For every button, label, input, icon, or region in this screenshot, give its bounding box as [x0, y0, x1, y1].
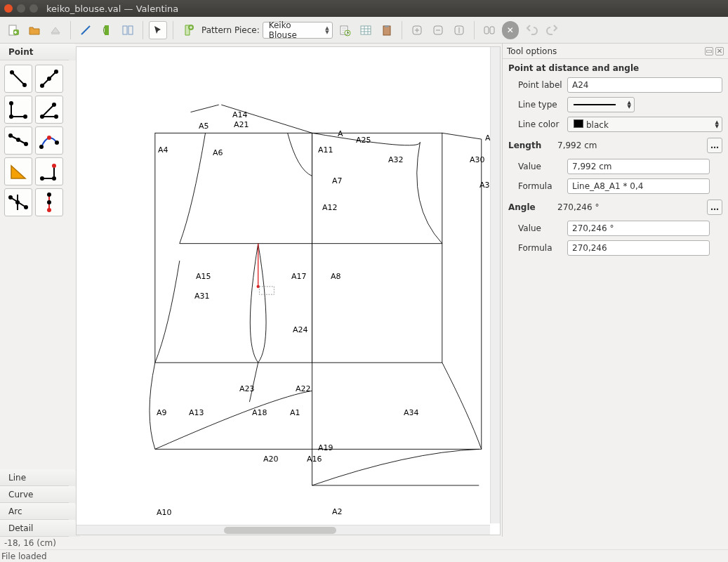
tool-triangle-button[interactable] — [4, 157, 32, 185]
scrollbar-thumb[interactable] — [224, 527, 336, 534]
redo-button[interactable] — [543, 21, 562, 39]
svg-point-30 — [40, 115, 44, 119]
minimize-window-icon[interactable] — [17, 4, 25, 13]
tool-endline-button[interactable] — [4, 65, 32, 93]
point-label-label: Point label — [508, 80, 563, 90]
close-panel-icon[interactable]: ✕ — [715, 47, 724, 55]
tool-tab-point[interactable]: Point — [0, 44, 74, 60]
undock-panel-icon[interactable]: ▭ — [705, 47, 713, 55]
open-file-button[interactable] — [25, 21, 44, 39]
point-label[interactable]: A34 — [404, 408, 419, 417]
angle-display: 270,246 ° — [557, 202, 707, 212]
layout-button[interactable] — [119, 21, 137, 39]
svg-point-31 — [54, 115, 58, 119]
point-label[interactable]: A30 — [470, 155, 485, 164]
tool-bisector-button[interactable] — [35, 96, 63, 124]
point-label[interactable]: A7 — [332, 176, 343, 185]
maximize-window-icon[interactable] — [29, 4, 38, 13]
point-label[interactable]: A32 — [388, 155, 404, 164]
point-label[interactable]: A4 — [158, 145, 168, 155]
clipboard-button[interactable] — [378, 21, 396, 39]
svg-line-18 — [12, 72, 25, 85]
horizontal-scrollbar[interactable] — [77, 525, 490, 535]
status-coordinates: -18, 16 (cm) — [0, 537, 728, 549]
pattern-piece-select[interactable]: Keiko Blouse ▲▼ — [263, 22, 333, 39]
table-button[interactable] — [357, 21, 375, 39]
angle-formula-value: 270,246 — [572, 243, 607, 253]
tool-normal-button[interactable] — [4, 96, 32, 124]
point-label[interactable]: A20 — [263, 455, 279, 464]
point-label[interactable]: A13 — [189, 408, 204, 417]
tool-point-of-contact-button[interactable] — [35, 188, 63, 216]
status-message: File loaded — [0, 549, 728, 562]
tool-height-button[interactable] — [35, 157, 63, 185]
point-label[interactable]: A5 — [199, 122, 209, 131]
svg-point-53 — [47, 208, 51, 212]
point-label[interactable]: A14 — [232, 110, 248, 119]
point-label[interactable]: A1 — [290, 408, 300, 417]
angle-value-input[interactable]: 270,246 ° — [567, 221, 710, 236]
stop-button[interactable]: ✕ — [501, 21, 519, 39]
svg-point-26 — [23, 115, 27, 119]
point-label[interactable]: A11 — [318, 145, 333, 155]
tool-spline-point-button[interactable] — [35, 126, 63, 155]
svg-line-29 — [42, 105, 54, 117]
point-label[interactable]: A21 — [234, 120, 249, 129]
length-value-input[interactable]: 7,992 cm — [567, 159, 710, 174]
line-color-select[interactable]: black ▲▼ — [567, 117, 722, 132]
zoom-in-button[interactable] — [408, 21, 426, 39]
tool-tab-line[interactable]: Line — [0, 469, 74, 486]
measurements-button[interactable] — [77, 21, 95, 39]
line-type-label: Line type — [508, 100, 563, 110]
point-label[interactable]: A22 — [296, 384, 311, 393]
tool-shoulder-button[interactable] — [4, 126, 32, 155]
zoom-original-button[interactable] — [480, 21, 498, 39]
save-file-button[interactable] — [46, 21, 65, 39]
svg-point-34 — [8, 133, 13, 138]
tool-line-intersect-button[interactable] — [4, 188, 32, 216]
tool-along-line-button[interactable] — [35, 65, 63, 93]
point-label[interactable]: A16 — [307, 455, 322, 464]
svg-line-57 — [442, 133, 482, 139]
tool-tab-detail[interactable]: Detail — [0, 520, 74, 537]
line-type-select[interactable]: ▲▼ — [567, 97, 635, 112]
zoom-fit-button[interactable] — [450, 21, 468, 39]
svg-point-44 — [52, 164, 56, 168]
pattern-piece-value: Keiko Blouse — [269, 20, 322, 40]
point-label[interactable]: A15 — [196, 272, 211, 281]
angle-value-label: Value — [508, 223, 563, 233]
history-button[interactable] — [336, 21, 354, 39]
point-label-input[interactable]: A24 — [567, 77, 722, 93]
point-label[interactable]: A23 — [239, 384, 255, 393]
length-formula-input[interactable]: Line_A8_A1 * 0,4 — [567, 178, 710, 194]
angle-edit-button[interactable]: … — [707, 200, 722, 215]
point-label[interactable]: A2 — [332, 507, 343, 516]
point-label[interactable]: A24 — [293, 325, 308, 334]
vertical-scrollbar[interactable] — [490, 47, 500, 523]
tool-tab-arc[interactable]: Arc — [0, 503, 74, 520]
length-edit-button[interactable]: … — [707, 138, 722, 153]
point-label[interactable]: A — [338, 129, 343, 138]
point-label[interactable]: A9 — [157, 408, 167, 417]
pointer-tool-button[interactable] — [149, 21, 167, 39]
point-label[interactable]: A19 — [318, 443, 333, 452]
undo-button[interactable] — [522, 21, 541, 39]
point-label[interactable]: A10 — [157, 508, 172, 517]
new-file-button[interactable] — [4, 21, 22, 39]
point-label[interactable]: A6 — [213, 148, 223, 157]
close-window-icon[interactable] — [4, 4, 13, 13]
new-pattern-piece-button[interactable] — [179, 21, 197, 39]
drawing-canvas[interactable]: A4A5A6A14A21A11AA25A32A7A12A30A29A26A35A… — [76, 46, 501, 535]
point-label[interactable]: A17 — [291, 272, 307, 281]
pattern-piece-tool-button[interactable] — [98, 21, 116, 39]
point-label[interactable]: A12 — [322, 203, 338, 212]
point-label[interactable]: A25 — [356, 136, 371, 145]
point-label[interactable]: A18 — [252, 408, 267, 417]
zoom-out-button[interactable] — [429, 21, 447, 39]
point-label[interactable]: A31 — [194, 292, 210, 301]
angle-formula-input[interactable]: 270,246 — [567, 240, 710, 256]
line-preview-icon — [574, 104, 616, 105]
point-label[interactable]: A8 — [331, 272, 341, 281]
tool-tab-curve[interactable]: Curve — [0, 486, 74, 503]
window-titlebar: keiko_blouse.val — Valentina — [0, 0, 728, 17]
